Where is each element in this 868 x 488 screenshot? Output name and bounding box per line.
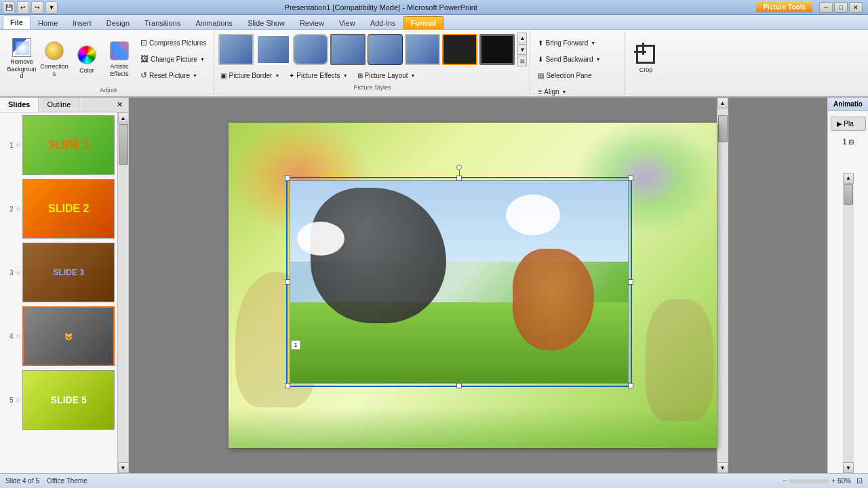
zoom-in-button[interactable]: +: [831, 477, 835, 485]
canvas-area: 1 ▲ ▼: [129, 98, 827, 473]
style-thumb-3[interactable]: [293, 34, 328, 65]
zoom-out-button[interactable]: −: [783, 477, 787, 485]
right-scroll-down[interactable]: ▼: [843, 462, 854, 473]
tab-addins[interactable]: Add-Ins: [363, 16, 403, 29]
scroll-down-button[interactable]: ▼: [118, 462, 129, 473]
reset-picture-button[interactable]: ↺ Reset Picture ▼: [137, 68, 210, 83]
slide-number-3: 3: [3, 269, 13, 277]
tab-transitions[interactable]: Transitions: [137, 16, 188, 29]
main-slide-canvas[interactable]: 1: [229, 123, 717, 448]
tab-home[interactable]: Home: [31, 16, 65, 29]
slide-item-4[interactable]: 4 ☆ 🐱: [3, 306, 115, 366]
adjust-group-content: Remove Background Corrections Color: [7, 33, 210, 85]
canvas-scroll-thumb[interactable]: [718, 115, 728, 142]
style-thumb-2[interactable]: [256, 34, 291, 65]
zoom-level: 60%: [837, 477, 851, 485]
color-button[interactable]: Color: [72, 37, 102, 81]
tab-format[interactable]: Format: [403, 16, 443, 29]
slide-thumb-2: SLIDE 2: [22, 179, 115, 239]
canvas-scroll-track: [717, 108, 728, 462]
slide-item-5[interactable]: 5 ☆ SLIDE 5: [3, 370, 115, 430]
tom-jerry-image[interactable]: [290, 180, 629, 384]
picture-effects-button[interactable]: ✦ Picture Effects ▼: [285, 68, 351, 83]
right-scroll-thumb[interactable]: [844, 184, 853, 205]
layout-icon: ⊞: [357, 72, 363, 79]
picture-border-label: Picture Border: [229, 72, 272, 79]
tab-insert[interactable]: Insert: [65, 16, 99, 29]
slides-tab[interactable]: Slides: [0, 98, 39, 112]
dropdown-button[interactable]: ▼: [45, 1, 58, 14]
style-thumb-4[interactable]: [330, 34, 366, 65]
scroll-track: [118, 123, 129, 462]
panel-close-button[interactable]: ✕: [111, 98, 128, 112]
zoom-slider[interactable]: [789, 479, 829, 483]
style-thumb-1[interactable]: [218, 34, 254, 65]
slide-item-3[interactable]: 3 ☆ SLIDE 3: [3, 243, 115, 302]
slide-item-1[interactable]: 1 ☆ SLIDE 1: [3, 115, 115, 175]
styles-gallery-row: ▲ ▼ ⊡: [217, 33, 527, 66]
picture-border-button[interactable]: ▣ Picture Border ▼: [217, 68, 283, 83]
style-thumb-5[interactable]: [368, 34, 403, 65]
animation-badge-row: 1 ⊟: [841, 136, 854, 147]
bring-forward-arrow: ▼: [591, 41, 595, 45]
selection-pane-button[interactable]: ▤ Selection Pane: [534, 68, 620, 83]
gallery-down-button[interactable]: ▼: [517, 44, 527, 55]
tab-file[interactable]: File: [3, 16, 31, 29]
outline-tab[interactable]: Outline: [39, 98, 79, 112]
crop-button[interactable]: Crop: [631, 33, 660, 84]
corrections-button[interactable]: Corrections: [39, 37, 69, 81]
remove-background-button[interactable]: Remove Background: [7, 37, 37, 81]
scroll-up-button[interactable]: ▲: [118, 113, 129, 123]
scroll-thumb[interactable]: [119, 124, 128, 165]
style-thumb-7[interactable]: [442, 34, 477, 65]
tab-slideshow[interactable]: Slide Show: [240, 16, 292, 29]
change-picture-button[interactable]: 🖼 Change Picture ▼: [137, 52, 210, 66]
compress-pictures-button[interactable]: ⊡ Compress Pictures: [137, 35, 210, 50]
bring-forward-button[interactable]: ⬆ Bring Forward ▼: [534, 35, 620, 50]
save-button[interactable]: 💾: [3, 1, 15, 14]
tab-animations[interactable]: Animations: [188, 16, 239, 29]
fit-slide-button[interactable]: ⊡: [856, 476, 863, 485]
gallery-up-button[interactable]: ▲: [517, 33, 527, 43]
statusbar-left: Slide 4 of 5 Office Theme: [5, 477, 783, 485]
slide-star-1: ☆: [16, 142, 21, 148]
bring-forward-icon: ⬆: [538, 39, 543, 47]
undo-button[interactable]: ↩: [17, 1, 29, 14]
artistic-effects-button[interactable]: Artistic Effects: [104, 37, 134, 81]
tab-review[interactable]: Review: [292, 16, 332, 29]
tab-design[interactable]: Design: [99, 16, 137, 29]
border-arrow: ▼: [275, 73, 279, 78]
slide1-label: SLIDE 1: [48, 139, 89, 151]
slide4-label: 🐱: [64, 333, 73, 340]
picture-tools-label: Picture Tools: [756, 2, 812, 12]
send-backward-button[interactable]: ⬇ Send Backward ▼: [534, 52, 620, 66]
change-pic-icon: 🖼: [140, 54, 149, 64]
animation-number: 1: [842, 138, 846, 146]
slide-item-2[interactable]: 2 ☆ SLIDE 2: [3, 179, 115, 239]
color-icon: [76, 44, 98, 66]
style-thumb-8[interactable]: [479, 34, 515, 65]
right-scroll-up[interactable]: ▲: [843, 173, 854, 184]
picture-styles-group: ▲ ▼ ⊡ ▣ Picture Border ▼ ✦ Picture Effec…: [214, 31, 530, 95]
ribbon: Remove Background Corrections Color: [0, 30, 868, 98]
minimize-button[interactable]: ─: [819, 2, 833, 13]
border-icon: ▣: [220, 72, 226, 79]
slides-scrollbar: ▲ ▼: [117, 113, 128, 473]
maximize-button[interactable]: □: [834, 2, 848, 13]
bring-forward-label: Bring Forward: [545, 39, 588, 47]
gallery-more-button[interactable]: ⊡: [517, 56, 527, 66]
artistic-effects-label: Artistic Effects: [106, 63, 132, 78]
canvas-scroll-up[interactable]: ▲: [717, 98, 728, 108]
style-thumb-6[interactable]: [405, 34, 440, 65]
align-button[interactable]: ≡ Align ▼: [534, 84, 620, 99]
tab-view[interactable]: View: [332, 16, 363, 29]
canvas-scroll-down[interactable]: ▼: [717, 462, 728, 473]
adjust-small-btns: ⊡ Compress Pictures 🖼 Change Picture ▼ ↺…: [137, 35, 210, 83]
compress-icon: ⊡: [140, 38, 147, 47]
animation-play-button[interactable]: ▶ Pla: [831, 117, 866, 131]
redo-button[interactable]: ↪: [31, 1, 43, 14]
close-button[interactable]: ✕: [849, 2, 863, 13]
picture-layout-button[interactable]: ⊞ Picture Layout ▼: [354, 68, 419, 83]
animation-expand-icon: ⊟: [848, 138, 854, 146]
adjust-group-label: Adjust: [100, 85, 117, 94]
